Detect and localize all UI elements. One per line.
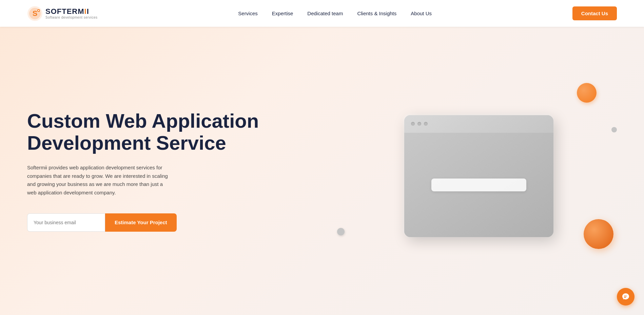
decorative-circle-bottom-right xyxy=(584,219,613,249)
svg-text:S: S xyxy=(33,9,38,18)
nav-item-about-us[interactable]: About Us xyxy=(411,10,432,17)
decorative-circle-small-tr xyxy=(611,127,617,132)
nav-item-expertise[interactable]: Expertise xyxy=(272,10,293,17)
browser-address-bar xyxy=(431,178,526,191)
browser-mockup xyxy=(397,105,553,237)
browser-frame xyxy=(404,115,553,237)
browser-content xyxy=(404,133,553,237)
estimate-button[interactable]: Estimate Your Project xyxy=(105,213,177,232)
decorative-circle-small-left xyxy=(337,228,345,235)
browser-titlebar xyxy=(404,115,553,133)
nav-item-services[interactable]: Services xyxy=(238,10,258,17)
hero-content: Custom Web Application Development Servi… xyxy=(27,110,334,232)
svg-point-4 xyxy=(38,10,39,11)
email-input[interactable] xyxy=(27,213,105,232)
logo[interactable]: S SOFTERMII Software development service… xyxy=(27,6,97,21)
hero-description: Softermii provides web application devel… xyxy=(27,164,173,197)
chat-icon xyxy=(622,293,630,301)
hero-form: Estimate Your Project xyxy=(27,213,320,232)
browser-dot-3 xyxy=(424,122,428,126)
nav-item-dedicated-team[interactable]: Dedicated team xyxy=(307,10,343,17)
logo-icon: S xyxy=(27,6,43,21)
browser-dot-2 xyxy=(417,122,421,126)
contact-us-button[interactable]: Contact Us xyxy=(572,6,617,20)
nav-menu: Services Expertise Dedicated team Client… xyxy=(238,10,432,17)
browser-dot-1 xyxy=(411,122,415,126)
nav-item-clients-insights[interactable]: Clients & Insights xyxy=(357,10,396,17)
chat-widget-button[interactable] xyxy=(617,288,635,306)
navbar: S SOFTERMII Software development service… xyxy=(0,0,644,27)
hero-illustration xyxy=(334,76,617,266)
logo-text: SOFTERMII Software development services xyxy=(45,7,97,19)
hero-section: Custom Web Application Development Servi… xyxy=(0,27,644,315)
decorative-circle-top xyxy=(577,83,597,103)
hero-title: Custom Web Application Development Servi… xyxy=(27,110,320,154)
